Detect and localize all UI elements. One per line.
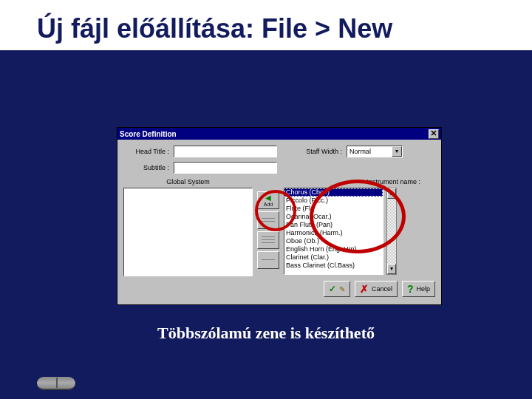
staff-tools-column: ◀ Add — [257, 191, 279, 276]
scroll-track[interactable] — [387, 199, 396, 264]
cancel-button[interactable]: ✗ Cancel — [355, 281, 398, 297]
arrow-left-icon: ◀ — [265, 194, 271, 202]
slide-caption: Többszólamú zene is készíthető — [0, 324, 532, 343]
instrument-item[interactable]: Harmonica (Harm.) — [284, 229, 383, 237]
instrument-item[interactable]: Piccolo (Picc.) — [284, 197, 383, 205]
instrument-scrollbar[interactable]: ▴ ▾ — [386, 188, 397, 275]
instrument-listbox[interactable]: Chorus (Chor.)Piccolo (Picc.)Flute (Fl.)… — [284, 188, 383, 275]
instrument-item[interactable]: Bass Clarinet (Cl.Bass) — [284, 262, 383, 270]
instrument-item[interactable]: Oboe (Ob.) — [284, 237, 383, 245]
dialog-titlebar[interactable]: Score Definition — [117, 128, 441, 140]
global-system-listbox[interactable] — [123, 188, 253, 276]
title-underline — [37, 52, 502, 55]
head-title-label: Head Title : — [123, 148, 169, 155]
staff-width-label: Staff Width : — [296, 148, 342, 155]
add-button-label: Add — [264, 202, 273, 207]
staff-preset-2-button[interactable] — [257, 231, 279, 249]
help-button-label: Help — [416, 285, 430, 293]
slide-title: Új fájl előállítása: File > New — [0, 0, 532, 50]
pencil-icon: ✎ — [339, 285, 345, 293]
instrument-item[interactable]: Ocarina (Ocar.) — [284, 213, 383, 221]
instrument-item[interactable]: Pan Flute (Pan) — [284, 221, 383, 229]
subtitle-label: Subtitle : — [123, 164, 169, 171]
help-button[interactable]: ? Help — [402, 281, 435, 297]
add-staff-button[interactable]: ◀ Add — [257, 191, 279, 209]
instrument-item[interactable]: English Horn (Eng. Hrn) — [284, 245, 383, 253]
staff-preset-3-button[interactable] — [257, 251, 279, 269]
scroll-up-button[interactable]: ▴ — [387, 188, 396, 199]
slide-nav-control[interactable] — [37, 377, 75, 390]
instrument-item[interactable]: Clarinet (Clar.) — [284, 253, 383, 262]
instrument-item[interactable]: Chorus (Chor.) — [284, 188, 383, 197]
cancel-button-label: Cancel — [372, 285, 392, 293]
staff-width-dropdown[interactable]: Normal ▾ — [347, 146, 403, 157]
close-button[interactable] — [429, 129, 439, 139]
global-system-label: Global System — [123, 178, 253, 185]
question-icon: ? — [407, 283, 414, 295]
staff-width-value: Normal — [349, 148, 392, 155]
chevron-down-icon[interactable]: ▾ — [392, 146, 402, 157]
staff-preset-1-button[interactable] — [257, 211, 279, 229]
instrument-name-label: Instrument name : — [284, 178, 435, 185]
check-icon: ✓ — [329, 284, 336, 294]
score-definition-dialog: Score Definition Head Title : Staff Widt… — [117, 127, 442, 305]
scroll-down-button[interactable]: ▾ — [387, 264, 396, 274]
ok-button[interactable]: ✓ ✎ — [324, 281, 350, 297]
head-title-input[interactable] — [174, 146, 277, 157]
instrument-item[interactable]: Flute (Fl.) — [284, 205, 383, 213]
subtitle-input[interactable] — [174, 162, 277, 174]
dialog-title: Score Definition — [120, 130, 429, 138]
x-icon: ✗ — [360, 283, 369, 295]
